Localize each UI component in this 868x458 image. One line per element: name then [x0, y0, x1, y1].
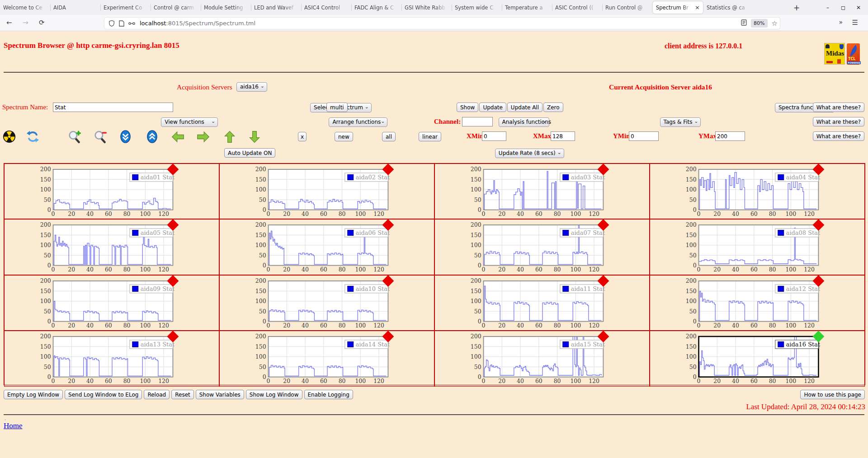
- shield-icon[interactable]: [108, 20, 115, 27]
- gallery-cell-aida14[interactable]: 020406080100120050100150200 aida14 Stat: [219, 331, 434, 386]
- spectrum-plot[interactable]: 020406080100120050100150200 aida09 Stat: [5, 276, 219, 330]
- browser-tab[interactable]: AIDA: [50, 0, 100, 15]
- browser-tab[interactable]: System wide C: [452, 0, 502, 15]
- analysis-functions-dropdown[interactable]: Analysis functions: [499, 117, 549, 127]
- compress-vertical-icon[interactable]: [119, 130, 132, 143]
- reload-button[interactable]: ⟳: [39, 19, 45, 27]
- spectrum-plot[interactable]: 020406080100120050100150200 aida16 Stat: [650, 331, 864, 386]
- spectrum-plot[interactable]: 020406080100120050100150200 aida14 Stat: [220, 331, 434, 386]
- ymin-input[interactable]: [629, 131, 659, 141]
- update-button[interactable]: Update: [479, 103, 506, 112]
- window-restore-button[interactable]: ◻: [835, 0, 851, 15]
- tab-close-icon[interactable]: ×: [693, 4, 700, 11]
- browser-tab[interactable]: Temperature a: [502, 0, 552, 15]
- gallery-cell-aida04[interactable]: 020406080100120050100150200 aida04 Stat: [650, 164, 865, 219]
- ymax-input[interactable]: [715, 131, 745, 141]
- move-down-arrow-icon[interactable]: [248, 130, 261, 143]
- url-text[interactable]: localhost:8015/Spectrum/Spectrum.tml: [140, 20, 255, 27]
- all-button[interactable]: all: [382, 132, 396, 141]
- spectrum-plot[interactable]: 020406080100120050100150200 aida11 Stat: [435, 276, 649, 330]
- expand-vertical-icon[interactable]: [146, 130, 159, 143]
- spectrum-plot[interactable]: 020406080100120050100150200 aida08 Stat: [650, 220, 864, 274]
- new-tab-button[interactable]: +: [790, 1, 803, 14]
- menu-hamburger-icon[interactable]: ☰: [852, 19, 858, 27]
- spectrum-plot[interactable]: 020406080100120050100150200 aida02 Stat: [220, 164, 434, 219]
- site-permissions-icon[interactable]: [128, 21, 135, 26]
- home-link[interactable]: Home: [4, 421, 23, 430]
- reload-button[interactable]: Reload: [144, 390, 170, 399]
- midas-logo[interactable]: Midas: [824, 43, 845, 65]
- spectrum-plot[interactable]: 020406080100120050100150200 aida10 Stat: [220, 276, 434, 330]
- xmin-input[interactable]: [482, 131, 506, 141]
- update-rate-dropdown[interactable]: Update Rate (8 secs): [495, 149, 564, 158]
- gallery-cell-aida03[interactable]: 020406080100120050100150200 aida03 Stat: [434, 164, 650, 219]
- forward-button[interactable]: →: [23, 19, 28, 27]
- channel-input[interactable]: [462, 117, 493, 126]
- spectrum-plot[interactable]: 020406080100120050100150200 aida13 Stat: [5, 331, 219, 386]
- x-button[interactable]: x: [298, 132, 307, 141]
- tags-fits-dropdown[interactable]: Tags & Fits: [660, 117, 701, 127]
- overflow-chevrons-icon[interactable]: »: [839, 19, 843, 26]
- refresh-icon[interactable]: [26, 130, 39, 143]
- spectrum-plot[interactable]: 020406080100120050100150200 aida15 Stat: [435, 331, 649, 386]
- browser-tab[interactable]: Welcome to Ce: [0, 0, 50, 15]
- back-button[interactable]: ←: [6, 19, 12, 27]
- zoom-out-icon[interactable]: [94, 130, 107, 143]
- gallery-cell-aida06[interactable]: 020406080100120050100150200 aida06 Stat: [219, 219, 434, 275]
- browser-tab[interactable]: Experiment Co: [100, 0, 151, 15]
- gallery-cell-aida15[interactable]: 020406080100120050100150200 aida15 Stat: [434, 331, 650, 386]
- spectrum-plot[interactable]: 020406080100120050100150200 aida03 Stat: [435, 164, 649, 219]
- multi-button[interactable]: multi: [326, 103, 348, 112]
- xmax-input[interactable]: [551, 131, 575, 141]
- gallery-cell-aida02[interactable]: 020406080100120050100150200 aida02 Stat: [219, 164, 434, 219]
- gallery-cell-aida12[interactable]: 020406080100120050100150200 aida12 Stat: [650, 275, 865, 331]
- window-close-button[interactable]: ✕: [851, 0, 866, 15]
- url-bar[interactable]: localhost:8015/Spectrum/Spectrum.tml: [104, 18, 780, 29]
- gallery-cell-aida11[interactable]: 020406080100120050100150200 aida11 Stat: [434, 275, 650, 331]
- gallery-cell-aida05[interactable]: 020406080100120050100150200 aida05 Stat: [4, 219, 219, 275]
- browser-tab[interactable]: Module Setting: [201, 0, 251, 15]
- spectrum-plot[interactable]: 020406080100120050100150200 aida06 Stat: [220, 220, 434, 274]
- move-left-arrow-icon[interactable]: [171, 130, 184, 143]
- update-all-button[interactable]: Update All: [507, 103, 542, 112]
- arrange-functions-dropdown[interactable]: Arrange functions: [329, 117, 387, 127]
- acquisition-server-select[interactable]: aida16: [236, 82, 267, 92]
- gallery-cell-aida01[interactable]: 020406080100120050100150200 aida01 Stat: [4, 164, 219, 219]
- empty-log-window-button[interactable]: Empty Log Window: [4, 390, 63, 399]
- zoom-in-icon[interactable]: [68, 130, 81, 143]
- spectrum-plot[interactable]: 020406080100120050100150200 aida12 Stat: [650, 276, 864, 330]
- move-right-arrow-icon[interactable]: [197, 130, 210, 143]
- linear-button[interactable]: linear: [419, 132, 441, 141]
- browser-tab[interactable]: Control @ carm: [151, 0, 201, 15]
- show-variables-button[interactable]: Show Variables: [196, 390, 244, 399]
- gallery-cell-aida16[interactable]: 020406080100120050100150200 aida16 Stat: [650, 331, 865, 386]
- zoom-level-badge[interactable]: 80%: [751, 19, 767, 28]
- tcl-powered-logo[interactable]: TCL POWERED: [847, 43, 860, 65]
- spectrum-plot[interactable]: 020406080100120050100150200 aida05 Stat: [5, 220, 219, 274]
- bookmark-star-icon[interactable]: ☆: [772, 19, 778, 28]
- spectrum-name-input[interactable]: [53, 103, 173, 112]
- browser-tab[interactable]: FADC Align & C: [351, 0, 401, 15]
- browser-tab[interactable]: GSI White Rabb: [401, 0, 452, 15]
- how-to-use-button[interactable]: How to use this page: [800, 390, 865, 399]
- browser-tab[interactable]: LED and Wavef: [251, 0, 301, 15]
- show-log-window-button[interactable]: Show Log Window: [246, 390, 302, 399]
- spectrum-plot[interactable]: 020406080100120050100150200 aida07 Stat: [435, 220, 649, 274]
- gallery-cell-aida07[interactable]: 020406080100120050100150200 aida07 Stat: [434, 219, 650, 275]
- what-are-these-button-2[interactable]: What are these?: [813, 117, 864, 126]
- page-info-icon[interactable]: [119, 20, 124, 27]
- show-button[interactable]: Show: [457, 103, 478, 112]
- spectrum-plot[interactable]: 020406080100120050100150200 aida01 Stat: [5, 164, 219, 219]
- view-functions-dropdown[interactable]: View functions: [161, 117, 218, 127]
- gallery-cell-aida13[interactable]: 020406080100120050100150200 aida13 Stat: [4, 331, 219, 386]
- what-are-these-button-3[interactable]: What are these?: [813, 131, 864, 141]
- zero-button[interactable]: Zero: [543, 103, 563, 112]
- browser-tab-active[interactable]: Spectrum Br×: [653, 1, 703, 14]
- reader-view-icon[interactable]: [741, 19, 747, 28]
- gallery-cell-aida09[interactable]: 020406080100120050100150200 aida09 Stat: [4, 275, 219, 331]
- spectrum-plot[interactable]: 020406080100120050100150200 aida04 Stat: [650, 164, 864, 219]
- gallery-cell-aida10[interactable]: 020406080100120050100150200 aida10 Stat: [219, 275, 434, 331]
- send-log-window-to-elog-button[interactable]: Send Log Window to ELog: [65, 390, 142, 399]
- browser-tab[interactable]: ASIC4 Control: [301, 0, 351, 15]
- auto-update-button[interactable]: Auto Update ON: [224, 148, 275, 158]
